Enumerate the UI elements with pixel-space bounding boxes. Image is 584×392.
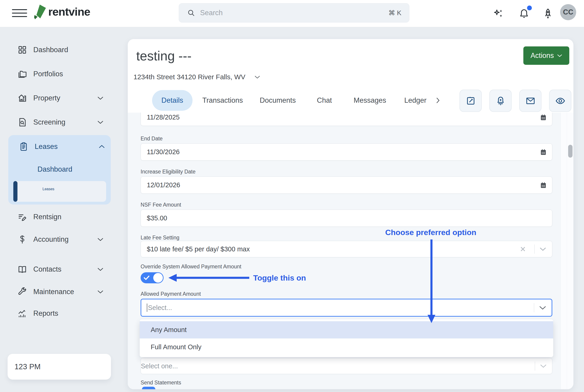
search-shortcut: ⌘ K <box>389 9 401 17</box>
chevron-down-icon <box>557 54 562 57</box>
chevron-down-icon[interactable] <box>540 247 546 251</box>
tab-label: Chat <box>317 96 332 104</box>
tabs-overflow-chevron-right-icon[interactable] <box>433 90 443 111</box>
top-bar: rentvine Search ⌘ K CC <box>0 0 584 27</box>
divider <box>535 362 535 371</box>
end-date-value: 11/30/2026 <box>147 148 552 156</box>
sparkles-icon[interactable] <box>494 8 505 19</box>
sidebar-item-property[interactable]: Property <box>7 91 112 105</box>
rentvine-leaf-icon <box>32 4 47 19</box>
address-selector[interactable]: 1234th Street 34120 River Falls, WV <box>133 73 260 81</box>
clear-icon[interactable] <box>520 246 526 252</box>
scrollbar[interactable] <box>561 112 574 389</box>
chevron-down-icon[interactable] <box>540 364 547 368</box>
rocket-icon[interactable] <box>542 8 554 19</box>
dropdown-option-any-amount[interactable]: Any Amount <box>140 321 553 338</box>
select-one-placeholder: Select one... <box>141 362 535 370</box>
sidebar-subitem-label: Dashboard <box>37 165 114 174</box>
check-icon <box>144 275 149 280</box>
select-one-input[interactable]: Select one... <box>141 358 552 374</box>
tab-label: Details <box>161 96 183 104</box>
sidebar-item-label: Portfolios <box>33 70 112 78</box>
sidebar-item-leases[interactable]: Leases <box>8 140 114 154</box>
calendar-icon[interactable] <box>540 182 547 189</box>
tab-messages[interactable]: Messages <box>349 90 391 111</box>
chevron-down-icon <box>97 238 103 241</box>
chevron-down-icon <box>97 268 103 271</box>
lease-details-form: 11/28/2025 End Date 11/30/2026 Increase … <box>128 112 561 389</box>
annotation-arrow-down <box>426 240 437 324</box>
clock-text: 123 PM <box>14 362 41 371</box>
chevron-down-icon <box>255 75 260 79</box>
book-icon <box>17 264 27 274</box>
calendar-icon[interactable] <box>540 114 547 121</box>
sidebar-item-maintenance[interactable]: Maintenance <box>7 285 112 299</box>
sidebar-item-label: Dashboard <box>33 46 112 54</box>
sidebar-group-leases: Leases Dashboard Leases <box>8 135 111 204</box>
chevron-down-icon[interactable] <box>539 306 546 310</box>
notification-dot <box>527 6 532 10</box>
tab-label: Transactions <box>202 96 243 104</box>
allowed-payment-dropdown: Any Amount Full Amount Only <box>140 320 553 357</box>
bell-plus-icon <box>495 96 506 106</box>
mail-button[interactable] <box>519 90 542 112</box>
tab-details[interactable]: Details <box>152 90 192 111</box>
sidebar-item-label: Leases <box>35 142 99 151</box>
late-fee-value: $10 late fee/ $5 per day/ $300 max <box>147 246 520 253</box>
sidebar-item-label: Rentsign <box>33 213 112 221</box>
override-payment-toggle[interactable] <box>141 272 164 283</box>
tab-label: Messages <box>354 96 386 104</box>
search-placeholder: Search <box>200 9 389 17</box>
sidebar-item-screening[interactable]: Screening <box>7 115 112 129</box>
nsf-fee-input[interactable]: $35.00 <box>141 210 552 227</box>
late-fee-select[interactable]: $10 late fee/ $5 per day/ $300 max <box>141 241 552 257</box>
start-date-input[interactable]: 11/28/2025 <box>141 112 552 126</box>
annotation-arrow-left <box>166 272 251 284</box>
brand-name: rentvine <box>48 5 90 18</box>
toggle-knob <box>153 273 163 283</box>
eye-icon <box>555 96 566 106</box>
note-edit-button[interactable] <box>460 90 482 112</box>
clipboard-icon <box>18 142 29 152</box>
sidebar-item-dashboard[interactable]: Dashboard <box>7 43 112 57</box>
avatar-initials: CC <box>563 8 574 16</box>
sidebar-subitem-leases-selected[interactable]: Leases <box>13 181 106 202</box>
tab-ledger[interactable]: Ledger <box>400 90 431 111</box>
actions-button[interactable]: Actions <box>523 46 569 65</box>
send-statements-label: Send Statements <box>141 380 181 386</box>
sidebar-subitem-dashboard[interactable]: Dashboard <box>8 162 114 176</box>
tab-documents[interactable]: Documents <box>256 90 299 111</box>
tab-chat[interactable]: Chat <box>309 90 340 111</box>
scrollbar-thumb[interactable] <box>568 145 573 158</box>
tab-transactions[interactable]: Transactions <box>201 90 244 111</box>
send-statements-toggle[interactable] <box>142 387 155 389</box>
sidebar-item-rentsign[interactable]: Rentsign <box>7 210 112 224</box>
avatar[interactable]: CC <box>560 4 576 20</box>
allowed-payment-select[interactable]: Select... <box>141 299 552 317</box>
option-label: Any Amount <box>151 326 187 334</box>
sidebar-item-label: Screening <box>33 118 97 126</box>
lease-detail-card: testing --- 1234th Street 34120 River Fa… <box>128 39 574 389</box>
sidebar-item-contacts[interactable]: Contacts <box>7 262 112 276</box>
end-date-input[interactable]: 11/30/2026 <box>141 144 552 160</box>
calendar-icon[interactable] <box>540 148 547 156</box>
increase-eligibility-label: Increase Eligibility Date <box>141 169 195 175</box>
increase-eligibility-input[interactable]: 12/01/2026 <box>141 176 552 194</box>
note-edit-icon <box>466 96 476 106</box>
dollar-icon <box>17 234 27 244</box>
menu-icon[interactable] <box>12 9 27 18</box>
tab-label: Ledger <box>404 96 427 104</box>
divider <box>534 244 535 254</box>
chart-icon <box>17 308 27 318</box>
nsf-fee-label: NSF Fee Amount <box>141 202 181 208</box>
sidebar-item-accounting[interactable]: Accounting <box>7 232 112 246</box>
sidebar-item-reports[interactable]: Reports <box>7 306 112 320</box>
sidebar-item-portfolios[interactable]: Portfolios <box>7 67 112 81</box>
chevron-down-icon <box>97 120 103 124</box>
brand-logo[interactable]: rentvine <box>32 4 90 19</box>
allowed-payment-placeholder: Select... <box>148 304 534 312</box>
eye-button[interactable] <box>549 90 571 112</box>
search-input[interactable]: Search ⌘ K <box>179 3 409 22</box>
dropdown-option-full-amount-only[interactable]: Full Amount Only <box>140 338 553 356</box>
bell-plus-button[interactable] <box>489 90 512 112</box>
